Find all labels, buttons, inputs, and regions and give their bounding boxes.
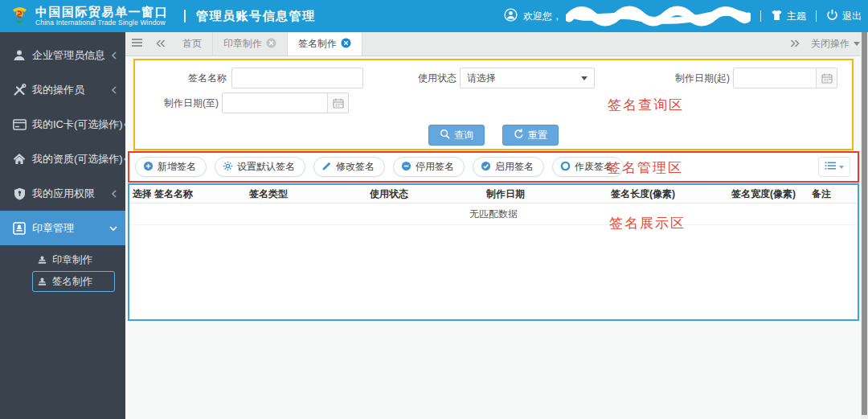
manage-zone-annotation: 签名管理区 [607, 158, 683, 177]
sidebar-subitem-seal-making[interactable]: 印章制作 [0, 249, 125, 271]
logout-button[interactable]: 退出 [826, 9, 862, 23]
caret-down-icon [581, 76, 588, 80]
sidebar-item-label: 印章管理 [32, 221, 109, 236]
sidebar-item-label: 我的资质(可选操作) [32, 152, 123, 166]
column-header-remarks: 备注 [809, 187, 858, 201]
main-area: 首页 印章制作 签名制作 [125, 32, 868, 419]
date-to-input[interactable] [223, 93, 327, 113]
table-empty-row: 无匹配数据 [129, 203, 858, 225]
welcome-text: 欢迎您， [523, 10, 562, 23]
manage-button-label: 设置默认签名 [237, 160, 295, 174]
page-title: 管理员账号信息管理 [196, 9, 316, 24]
brand-title: 中国国际贸易单一窗口 [35, 6, 168, 19]
chevron-left-icon [111, 51, 117, 60]
sidebar-item-my-operators[interactable]: 我的操作员 [0, 72, 125, 107]
caret-down-icon [839, 166, 844, 169]
reset-button[interactable]: 重置 [502, 125, 559, 146]
user-badge-icon [504, 8, 518, 24]
shield-icon [12, 187, 27, 200]
column-header-signature-length: 签名长度(像素) [608, 187, 728, 201]
chevron-down-icon [109, 225, 117, 232]
close-actions-dropdown[interactable]: 关闭操作 [811, 37, 860, 51]
app-window: 中国国际贸易单一窗口 China International Trade Sin… [0, 0, 868, 419]
tab-close-icon[interactable] [341, 38, 351, 51]
no-data-text: 无匹配数据 [469, 207, 518, 221]
column-settings-button[interactable] [818, 157, 850, 177]
theme-label: 主题 [787, 10, 806, 23]
chevron-left-icon [111, 190, 117, 198]
calendar-icon[interactable] [327, 93, 348, 113]
set-default-signature-button[interactable]: 设置默认签名 [215, 157, 305, 177]
date-from-label: 制作日期(起) [665, 68, 730, 88]
header-sep [816, 10, 817, 22]
search-button[interactable]: 查询 [428, 125, 485, 146]
scroll-tabs-right-button[interactable] [783, 39, 806, 50]
sidebar-item-label: 我的IC卡(可选操作) [32, 117, 123, 132]
tab-bar: 首页 印章制作 签名制作 [125, 32, 868, 56]
column-header-signature-name: 签名名称 [151, 187, 246, 201]
menu-toggle-button[interactable] [125, 32, 149, 55]
search-icon [440, 129, 450, 142]
plus-circle-icon [143, 161, 154, 174]
manage-button-label: 启用签名 [495, 160, 534, 174]
top-header: 中国国际贸易单一窗口 China International Trade Sin… [0, 0, 868, 32]
tab-home[interactable]: 首页 [172, 32, 213, 55]
add-signature-button[interactable]: 新增签名 [135, 157, 207, 177]
double-chevron-right-icon [790, 39, 800, 50]
header-right: 欢迎您， 主题 退出 [504, 6, 868, 27]
reset-button-label: 重置 [528, 129, 547, 142]
stamp-icon [37, 277, 47, 287]
ic-card-icon [12, 117, 27, 131]
shirt-icon [771, 10, 783, 23]
sidebar-item-my-qualifications[interactable]: 我的资质(可选操作) [0, 142, 125, 176]
manage-button-label: 修改签名 [336, 160, 375, 174]
tab-signature-making[interactable]: 签名制作 [288, 32, 362, 55]
sidebar-item-my-app-permissions[interactable]: 我的应用权限 [0, 176, 125, 211]
sidebar-item-label: 我的应用权限 [32, 187, 111, 201]
signature-name-input-wrap [231, 68, 363, 88]
hamburger-icon [131, 38, 143, 50]
brand-subtitle: China International Trade Single Window [35, 19, 168, 27]
use-status-select[interactable]: 请选择 [460, 68, 595, 88]
date-from-input[interactable] [734, 68, 816, 88]
enable-signature-button[interactable]: 启用签名 [473, 157, 544, 177]
sidebar-item-label: 我的操作员 [32, 83, 111, 97]
sidebar: 企业管理员信息 我的操作员 我的IC卡(可选操作) [0, 32, 125, 419]
sidebar-subitem-label: 签名制作 [52, 275, 92, 289]
minus-circle-icon [401, 161, 411, 174]
scroll-tabs-left-button[interactable] [149, 32, 172, 55]
chevron-left-icon [111, 86, 117, 94]
tabbar-right-tools: 关闭操作 [783, 32, 868, 55]
sidebar-item-my-ic-card[interactable]: 我的IC卡(可选操作) [0, 107, 125, 142]
query-zone-annotation: 签名查询区 [608, 96, 684, 114]
scrollbar-thumb[interactable] [862, 32, 867, 415]
date-to-input-wrap [222, 92, 349, 113]
seal-submenu: 印章制作 签名制作 [0, 245, 125, 292]
tools-icon [12, 83, 27, 97]
modify-signature-button[interactable]: 修改签名 [313, 157, 385, 177]
column-header-make-date: 制作日期 [483, 187, 608, 201]
calendar-icon[interactable] [816, 68, 837, 88]
date-to-label: 制作日期(至) [153, 92, 219, 113]
pencil-icon [321, 161, 332, 174]
sidebar-subitem-signature-making[interactable]: 签名制作 [32, 271, 115, 292]
manage-buttons-row: 新增签名 设置默认签名 修改签名 [135, 157, 624, 177]
brand: 中国国际贸易单一窗口 China International Trade Sin… [0, 4, 168, 29]
disable-signature-button[interactable]: 停用签名 [393, 157, 465, 177]
redaction-scribble [566, 6, 751, 27]
sidebar-item-enterprise-admin-info[interactable]: 企业管理员信息 [0, 38, 125, 72]
header-sep [760, 10, 761, 22]
gear-icon [223, 161, 233, 174]
manage-button-label: 新增签名 [158, 160, 196, 174]
list-icon [825, 161, 837, 173]
home-icon [12, 152, 27, 166]
tab-close-icon[interactable] [266, 38, 276, 51]
table-header-row: 选择 签名名称 签名类型 使用状态 制作日期 签名长度(像素) 签名宽度(像素)… [129, 185, 858, 203]
signature-name-input[interactable] [232, 68, 362, 88]
sidebar-item-seal-management[interactable]: 印章管理 [0, 211, 125, 245]
seal-icon [12, 221, 27, 235]
sidebar-subitem-label: 印章制作 [52, 253, 92, 267]
theme-button[interactable]: 主题 [771, 10, 806, 23]
tab-seal-making[interactable]: 印章制作 [213, 32, 288, 55]
logout-label: 退出 [842, 10, 862, 23]
